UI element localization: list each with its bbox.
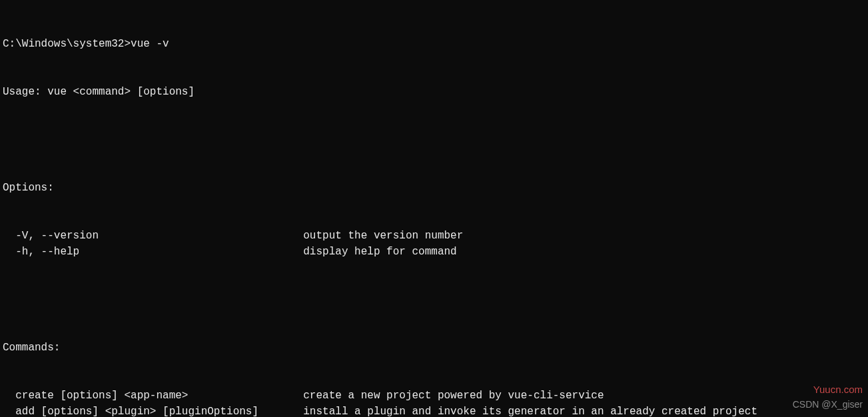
command-name: add [options] <plugin> [pluginOptions] [3,404,303,417]
commands-list: create [options] <app-name>create a new … [3,388,865,417]
command-name: create [options] <app-name> [3,388,303,404]
command-row: add [options] <plugin> [pluginOptions]in… [3,404,865,417]
option-flag: -V, --version [3,228,303,244]
option-row: -h, --helpdisplay help for command [3,244,865,260]
watermark-author: CSDN @X_giser [793,398,863,412]
watermark-site: Yuucn.com [813,382,863,398]
commands-header: Commands: [3,340,865,356]
options-list: -V, --versionoutput the version number-h… [3,228,865,260]
command-row: create [options] <app-name>create a new … [3,388,865,404]
command-desc: install a plugin and invoke its generato… [303,404,865,417]
blank-line [3,132,865,148]
option-desc: output the version number [303,228,865,244]
prompt-line: C:\Windows\system32>vue -v [3,36,865,52]
prompt: C:\Windows\system32> [3,38,131,50]
usage-line: Usage: vue <command> [options] [3,84,865,100]
option-flag: -h, --help [3,244,303,260]
option-row: -V, --versionoutput the version number [3,228,865,244]
command-desc: create a new project powered by vue-cli-… [303,388,865,404]
terminal-output[interactable]: C:\Windows\system32>vue -v Usage: vue <c… [0,0,868,417]
typed-command: vue -v [131,38,169,50]
blank-line [3,292,865,308]
options-header: Options: [3,180,865,196]
option-desc: display help for command [303,244,865,260]
